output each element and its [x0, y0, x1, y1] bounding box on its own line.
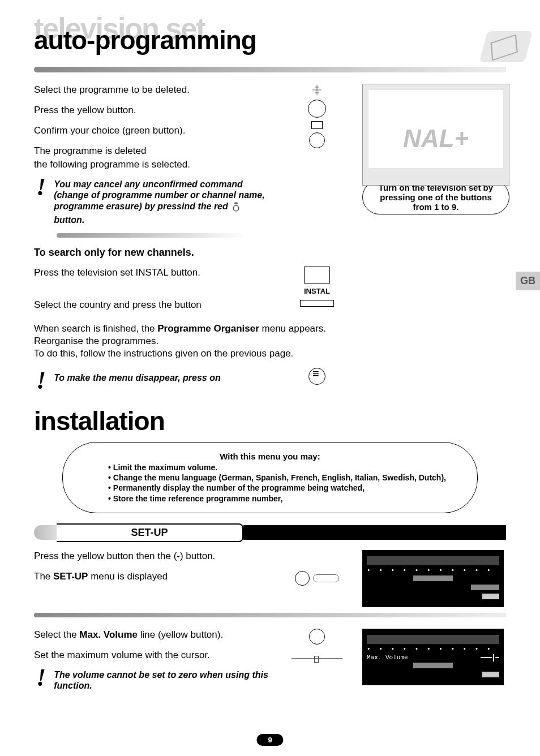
setup-osd: • • • • • • • • • • •	[362, 550, 504, 607]
delete-result-1: The programme is deleted	[34, 145, 272, 157]
setup-step-2: The SET-UP menu is displayed	[34, 570, 272, 583]
cancel-note: You may cancel any unconfirmed command (…	[54, 179, 272, 225]
search-step-1: Press the television set INSTAL button.	[34, 267, 272, 279]
country-button-icon	[300, 300, 334, 307]
maxvol-step-2: Set the maximum volume with the cursor.	[34, 649, 272, 662]
menu-desc-lead: With this menu you may:	[91, 452, 449, 461]
menu-desc-item: Change the menu language (German, Spanis…	[108, 472, 449, 483]
menu-desc-item: Limit the maximum volume.	[108, 462, 449, 472]
red-button-icon	[230, 200, 242, 214]
search-step-2: Select the country and press the button	[34, 299, 272, 311]
separator	[57, 233, 246, 238]
osd-maxvol-label: Max. Volume	[367, 654, 408, 661]
cursor-cross-icon	[311, 84, 323, 96]
pencil-icon	[479, 31, 533, 62]
minus-button-icon	[313, 574, 339, 582]
separator	[34, 67, 506, 72]
confirm-button-icon	[309, 132, 325, 148]
delete-result-2: the following programme is selected.	[34, 158, 272, 171]
language-tab: GB	[516, 272, 540, 290]
main-title: auto-programming	[34, 25, 506, 55]
menu-close-note: To make the menu disappear, press on	[54, 372, 221, 383]
remote-icons	[283, 84, 351, 148]
menu-description-box: With this menu you may: Limit the maximu…	[62, 442, 478, 513]
setup-step-1: Press the yellow button then the (-) but…	[34, 550, 272, 562]
menu-button-icon	[308, 368, 325, 385]
exclamation-icon: !	[34, 179, 48, 196]
green-button-icon	[311, 121, 323, 129]
maxvol-step-1: Select the Max. Volume line (yellow butt…	[34, 629, 272, 641]
yellow-button-icon	[309, 629, 325, 645]
exclamation-icon: !	[34, 669, 48, 687]
search-result: When search is finished, the Programme O…	[34, 323, 351, 360]
yellow-button-icon	[308, 100, 326, 118]
setup-banner: SET-UP	[34, 523, 506, 542]
maxvol-osd: • • • • • • • • • • • Max. Volume ━━━┃━	[362, 629, 504, 685]
setup-banner-label: SET-UP	[57, 523, 243, 542]
installation-title: installation	[34, 406, 506, 436]
delete-step-3: Confirm your choice (green button).	[34, 124, 272, 137]
instal-label: INSTAL	[283, 287, 351, 295]
maxvol-note: The volume cannot be set to zero when us…	[54, 669, 272, 691]
exclamation-icon: !	[34, 372, 48, 390]
yellow-button-icon	[295, 571, 310, 586]
slider-icon	[292, 655, 342, 663]
delete-step-1: Select the programme to be deleted.	[34, 84, 272, 96]
menu-desc-item: Store the time reference programme numbe…	[108, 493, 449, 504]
separator	[34, 613, 506, 617]
instal-button-icon	[304, 267, 330, 284]
search-heading: To search only for new channels.	[34, 247, 506, 259]
menu-desc-item: Permanently display the number of the pr…	[108, 483, 449, 493]
svg-point-0	[233, 205, 239, 211]
delete-step-2: Press the yellow button.	[34, 104, 272, 117]
tv-illustration: NAL+	[362, 84, 509, 186]
page-number: 9	[256, 734, 283, 746]
tv-brand: NAL+	[363, 124, 509, 153]
title-block: television set auto-programming	[34, 17, 506, 55]
